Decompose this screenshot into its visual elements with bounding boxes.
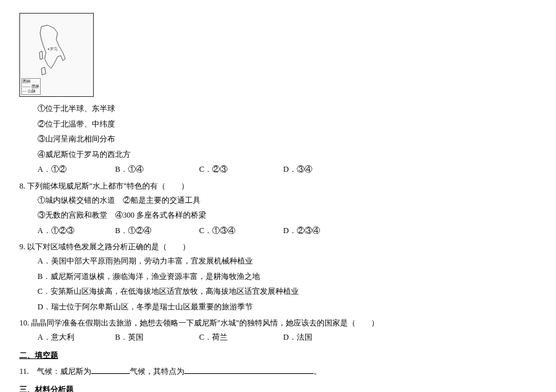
option-4: ④威尼斯位于罗马的西北方 xyxy=(19,148,537,162)
svg-point-1 xyxy=(48,48,49,50)
legend-item: — 山脉 xyxy=(23,89,39,94)
question-11: 11. 气候：威尼斯为气候，其特点为。 xyxy=(19,365,537,379)
choice-c: C．②③ xyxy=(199,163,283,177)
choice-a: A．①②③ xyxy=(37,224,115,238)
fill-blank-1[interactable] xyxy=(91,365,130,374)
question-stem: 8. 下列能体现威尼斯"水上都市"特色的有（ ） xyxy=(19,180,537,194)
choice-b: B．威尼斯河道纵横，濒临海洋，渔业资源丰富，是耕海牧渔之地 xyxy=(19,270,537,284)
q11-text-end: 。 xyxy=(314,367,321,376)
legend-item: —— 国界 xyxy=(23,85,39,89)
question-stem: 10. 晶晶同学准备在假期出去旅游，她想去领略一下威尼斯"水城"的独特风情，她应… xyxy=(19,316,537,331)
choice-d: D．②③④ xyxy=(283,224,361,238)
answer-choices: A．①② B．①④ C．②③ D．③④ xyxy=(19,163,537,177)
fill-blank-2[interactable] xyxy=(184,365,314,374)
italy-outline: 罗马 xyxy=(38,23,70,81)
choice-b: B．英国 xyxy=(115,331,199,345)
svg-text:罗马: 罗马 xyxy=(50,47,58,51)
italy-map-figure: 罗马 图例 —— 国界 — 山脉 xyxy=(19,13,94,97)
q11-text-pre: 11. 气候：威尼斯为 xyxy=(19,367,91,376)
q11-text-mid: 气候，其特点为 xyxy=(130,367,184,376)
choice-a: A．①② xyxy=(37,163,115,177)
section-3-header: 三、材料分析题 xyxy=(19,383,537,392)
choice-b: B．①②④ xyxy=(115,224,199,238)
choice-b: B．①④ xyxy=(115,163,199,177)
question-9: 9. 以下对区域特色发展之路分析正确的是（ ） A．美国中部大平原雨热同期，劳动… xyxy=(19,240,537,314)
question-stem: 9. 以下对区域特色发展之路分析正确的是（ ） xyxy=(19,240,537,254)
option-line-2: ③无数的宫殿和教堂 ④300 多座各式各样的桥梁 xyxy=(19,209,537,223)
question-8: 8. 下列能体现威尼斯"水上都市"特色的有（ ） ①城内纵横交错的水道 ②船是主… xyxy=(19,180,537,238)
choice-c: C．安第斯山区海拔高，在低海拔地区适宜放牧，高海拔地区适宜发展种植业 xyxy=(19,285,537,299)
legend-title: 图例 xyxy=(23,79,39,84)
choice-c: C．荷兰 xyxy=(199,331,283,345)
question-10: 10. 晶晶同学准备在假期出去旅游，她想去领略一下威尼斯"水城"的独特风情，她应… xyxy=(19,316,537,344)
option-3: ③山河呈南北相间分布 xyxy=(19,132,537,147)
section-2-header: 二、填空题 xyxy=(19,349,537,363)
choice-d: D．瑞士位于阿尔卑斯山区，冬季是瑞士山区最重要的旅游季节 xyxy=(19,300,537,315)
option-line-1: ①城内纵横交错的水道 ②船是主要的交通工具 xyxy=(19,194,537,208)
choice-d: D．法国 xyxy=(283,331,361,345)
choice-a: A．意大利 xyxy=(37,331,115,345)
option-2: ②位于北温带、中纬度 xyxy=(19,118,537,132)
option-1: ①位于北半球、东半球 xyxy=(19,102,537,116)
question-intro-options: ①位于北半球、东半球 ②位于北温带、中纬度 ③山河呈南北相间分布 ④威尼斯位于罗… xyxy=(19,102,537,177)
choice-a: A．美国中部大平原雨热同期，劳动力丰富，宜发展机械种植业 xyxy=(19,254,537,269)
choice-d: D．③④ xyxy=(283,163,361,177)
answer-choices: A．①②③ B．①②④ C．①③④ D．②③④ xyxy=(19,224,537,238)
answer-choices: A．意大利 B．英国 C．荷兰 D．法国 xyxy=(19,331,537,345)
map-legend: 图例 —— 国界 — 山脉 xyxy=(21,78,41,95)
choice-c: C．①③④ xyxy=(199,224,283,238)
